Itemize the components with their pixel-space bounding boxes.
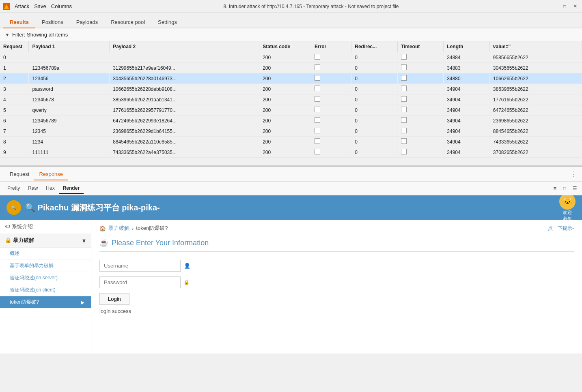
- header-request[interactable]: Request: [0, 41, 29, 52]
- tab-hex[interactable]: Hex: [42, 183, 58, 194]
- tab-settings[interactable]: Settings: [151, 17, 183, 28]
- cell-0: 9: [0, 147, 29, 158]
- cell-5: 0: [351, 84, 398, 94]
- header-length[interactable]: Length: [444, 41, 490, 52]
- error-checkbox[interactable]: [315, 117, 320, 123]
- timeout-checkbox[interactable]: [401, 75, 407, 81]
- table-row[interactable]: 612345678964724655b2622993e18264...20003…: [0, 116, 582, 126]
- timeout-checkbox[interactable]: [401, 86, 407, 91]
- cell-7: 34883: [444, 63, 490, 73]
- tab-resource-pool[interactable]: Resource pool: [104, 17, 151, 28]
- error-checkbox[interactable]: [315, 107, 320, 112]
- error-checkbox[interactable]: [315, 54, 320, 60]
- titlebar-left: Attack Save Columns: [3, 3, 72, 10]
- cell-4: [311, 105, 351, 116]
- cell-0: 8: [0, 137, 29, 147]
- window-title: 8. Intruder attack of http://10.4.7.165 …: [72, 4, 550, 9]
- menu-attack[interactable]: Attack: [15, 3, 29, 9]
- header-payload1[interactable]: Payload 1: [29, 41, 110, 52]
- cell-8: 88454655b2622: [489, 126, 582, 137]
- menu-save[interactable]: Save: [34, 3, 46, 9]
- timeout-checkbox[interactable]: [401, 64, 407, 70]
- tab-response[interactable]: Response: [34, 169, 68, 180]
- table-row[interactable]: 8123488454655b2622a110e8585...2000349047…: [0, 137, 582, 147]
- timeout-checkbox[interactable]: [401, 128, 407, 133]
- more-options-button[interactable]: ⋮: [571, 170, 577, 178]
- header-status[interactable]: Status code: [259, 41, 311, 52]
- tab-positions[interactable]: Positions: [35, 17, 70, 28]
- cell-2: 74333655b2622a4e375035...: [110, 147, 259, 158]
- header-timeout[interactable]: Timeout: [397, 41, 444, 52]
- error-checkbox[interactable]: [315, 64, 320, 70]
- table-row[interactable]: 212345630435655b26228a0146973...20003488…: [0, 73, 582, 84]
- results-table-container[interactable]: Request Payload 1 Payload 2 Status code …: [0, 41, 582, 167]
- timeout-checkbox[interactable]: [401, 107, 407, 112]
- sidebar-item-captcha-client[interactable]: 验证码绕过(on client): [0, 284, 91, 296]
- password-input[interactable]: [99, 276, 181, 288]
- table-row[interactable]: 020003488495856655b2622: [0, 52, 582, 63]
- tab-request[interactable]: Request: [5, 169, 34, 180]
- sidebar-item-overview[interactable]: 概述: [0, 248, 91, 260]
- header-error[interactable]: Error: [311, 41, 351, 52]
- timeout-checkbox[interactable]: [401, 96, 407, 102]
- tab-pretty[interactable]: Pretty: [3, 183, 24, 194]
- error-checkbox[interactable]: [315, 86, 320, 91]
- header-redirect[interactable]: Redirec...: [351, 41, 398, 52]
- table-row[interactable]: 3password10662655b26228debb9108...200034…: [0, 84, 582, 94]
- cell-5: 0: [351, 94, 398, 105]
- cell-4: [311, 137, 351, 147]
- table-row[interactable]: 5qwerty17761655b2622957791770...20003490…: [0, 105, 582, 116]
- error-checkbox[interactable]: [315, 149, 320, 154]
- breadcrumb-section-link[interactable]: 暴力破解: [108, 225, 129, 232]
- cell-7: 34904: [444, 84, 490, 94]
- cell-5: 0: [351, 126, 398, 137]
- header-payload2[interactable]: Payload 2: [110, 41, 259, 52]
- cell-3: 200: [259, 52, 311, 63]
- timeout-checkbox[interactable]: [401, 117, 407, 123]
- table-row[interactable]: 71234523698655b26229d1b64155...200034904…: [0, 126, 582, 137]
- tab-raw[interactable]: Raw: [24, 183, 42, 194]
- tab-results[interactable]: Results: [3, 17, 35, 28]
- error-checkbox[interactable]: [315, 96, 320, 102]
- error-checkbox[interactable]: [315, 128, 320, 133]
- username-input[interactable]: [99, 260, 181, 272]
- menu-columns[interactable]: Columns: [51, 3, 72, 9]
- timeout-checkbox[interactable]: [401, 138, 407, 144]
- timeout-checkbox[interactable]: [401, 54, 407, 60]
- breadcrumb-current: token防爆破?: [136, 225, 168, 232]
- cell-0: 4: [0, 94, 29, 105]
- cell-0: 1: [0, 63, 29, 73]
- menu-icon[interactable]: ☰: [571, 184, 579, 192]
- inspect-icon[interactable]: ⌗: [561, 184, 567, 193]
- cell-3: 200: [259, 116, 311, 126]
- table-row[interactable]: 1123456789a31299655b217e9eaf16049...2000…: [0, 63, 582, 73]
- table-row[interactable]: 41234567838539655b262291aab1341...200034…: [0, 94, 582, 105]
- table-row[interactable]: 911111174333655b2622a4e375035...20003490…: [0, 147, 582, 158]
- timeout-checkbox[interactable]: [401, 149, 407, 154]
- error-checkbox[interactable]: [315, 138, 320, 144]
- close-button[interactable]: ✕: [571, 3, 579, 10]
- cell-8: 95856655b2622: [489, 52, 582, 63]
- filter-icon: ▼: [5, 32, 10, 38]
- sidebar-system-item[interactable]: 🏷 系统介绍: [0, 220, 91, 233]
- cell-2: 23698655b26229d1b64155...: [110, 126, 259, 137]
- sidebar-item-captcha-server[interactable]: 验证码绕过(on server): [0, 272, 91, 284]
- breadcrumb-separator: ›: [132, 225, 134, 231]
- hint-button[interactable]: 点一下提示-: [548, 225, 574, 232]
- sidebar-item-form-brute[interactable]: 基于表单的暴力破解: [0, 260, 91, 272]
- breadcrumb: 🏠 暴力破解 › token防爆破? 点一下提示-: [99, 225, 574, 232]
- cell-4: [311, 84, 351, 94]
- tab-payloads[interactable]: Payloads: [70, 17, 104, 28]
- login-button[interactable]: Login: [99, 293, 129, 305]
- header-value[interactable]: value=": [489, 41, 582, 52]
- maximize-button[interactable]: □: [561, 3, 568, 10]
- word-wrap-icon[interactable]: ≡: [552, 184, 558, 192]
- cell-8: 30435655b2622: [489, 63, 582, 73]
- sidebar-section-brute[interactable]: 🔒 暴力破解 ∨: [0, 233, 91, 248]
- error-checkbox[interactable]: [315, 75, 320, 81]
- tab-render[interactable]: Render: [59, 183, 84, 194]
- sidebar-item-token[interactable]: token防爆破? ▶: [0, 296, 91, 308]
- cell-5: 0: [351, 52, 398, 63]
- minimize-button[interactable]: —: [550, 3, 558, 10]
- cell-7: 34884: [444, 52, 490, 63]
